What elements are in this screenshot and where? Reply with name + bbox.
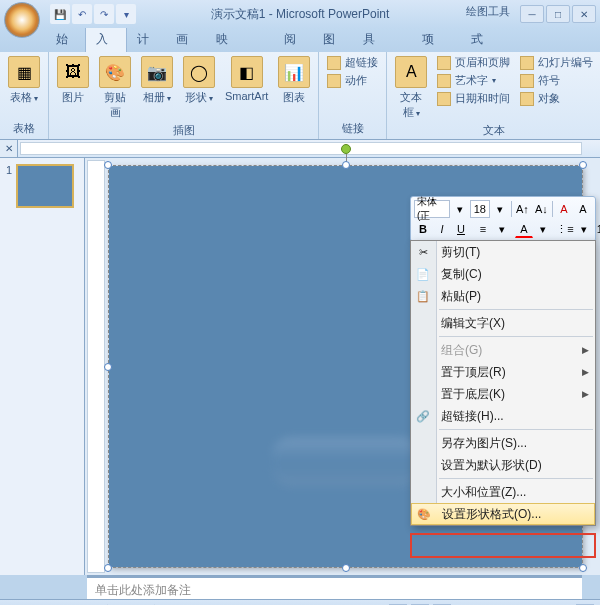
clipart-button[interactable]: 🎨剪贴画 [95, 54, 135, 122]
mini-align[interactable]: ≡ [474, 220, 492, 238]
datetime-button[interactable]: 日期和时间 [433, 90, 514, 107]
maximize-button[interactable]: □ [546, 5, 570, 23]
wordart-button[interactable]: 艺术字 [433, 72, 514, 89]
action-button[interactable]: 动作 [323, 72, 382, 89]
picture-button[interactable]: 🖼图片 [53, 54, 93, 107]
thumbnail-1[interactable]: 1 [6, 164, 78, 208]
menu-item[interactable]: 📄复制(C) [411, 263, 595, 285]
menu-item[interactable]: 置于顶层(R)▶ [411, 361, 595, 383]
mini-shrink-font[interactable]: A↓ [532, 200, 550, 218]
notes-pane[interactable]: 单击此处添加备注 [87, 575, 582, 599]
window-title: 演示文稿1 - Microsoft PowerPoint [211, 6, 390, 23]
header-footer-button[interactable]: 页眉和页脚 [433, 54, 514, 71]
annotation-highlight [410, 533, 596, 558]
mini-italic[interactable]: I [433, 220, 451, 238]
contextual-tab-label: 绘图工具 [466, 4, 510, 19]
horizontal-ruler [20, 142, 582, 155]
smartart-button[interactable]: ◧SmartArt [221, 54, 272, 104]
menu-item[interactable]: 🎨设置形状格式(O)... [411, 503, 595, 525]
mini-bullets-dd[interactable]: ▾ [575, 220, 593, 238]
menu-item[interactable]: 设置为默认形状(D) [411, 454, 595, 476]
resize-handle[interactable] [579, 161, 587, 169]
shapes-button[interactable]: ◯形状 [179, 54, 219, 107]
context-menu: ✂剪切(T)📄复制(C)📋粘贴(P)编辑文字(X)组合(G)▶置于顶层(R)▶置… [410, 240, 596, 526]
textbox-button[interactable]: A文本框 [391, 54, 431, 122]
mini-underline[interactable]: U [452, 220, 470, 238]
slide-thumbnails: 1 [0, 158, 85, 575]
resize-handle[interactable] [579, 564, 587, 572]
hyperlink-button[interactable]: 超链接 [323, 54, 382, 71]
thumb-number: 1 [6, 164, 12, 208]
resize-handle[interactable] [104, 161, 112, 169]
mini-fontcolor[interactable]: A [515, 220, 533, 238]
mini-fontcolor-dd[interactable]: ▾ [534, 220, 552, 238]
resize-handle[interactable] [342, 564, 350, 572]
mini-font-select[interactable]: 宋体 (正 [414, 200, 450, 218]
resize-handle[interactable] [104, 363, 112, 371]
ribbon-tabs: 开始 插入 设计 动画 幻灯片放映 审阅 视图 开发工具 加载项 格式 [0, 28, 600, 52]
vertical-ruler [87, 160, 105, 573]
object-button[interactable]: 对象 [516, 90, 597, 107]
mini-size-dd[interactable]: ▾ [491, 200, 509, 218]
mini-grow-font[interactable]: A↑ [513, 200, 531, 218]
thumb-preview [16, 164, 74, 208]
symbol-button[interactable]: 符号 [516, 72, 597, 89]
qat-redo[interactable]: ↷ [94, 4, 114, 24]
menu-item[interactable]: ✂剪切(T) [411, 241, 595, 263]
group-tables-label: 表格 [4, 120, 44, 137]
menu-item: 组合(G)▶ [411, 339, 595, 361]
mini-style2[interactable]: A [574, 200, 592, 218]
album-button[interactable]: 📷相册 [137, 54, 177, 107]
office-button[interactable] [4, 2, 40, 38]
menu-item[interactable]: 置于底层(K)▶ [411, 383, 595, 405]
menu-item[interactable]: 大小和位置(Z)... [411, 481, 595, 503]
qat-more[interactable]: ▾ [116, 4, 136, 24]
close-button[interactable]: ✕ [572, 5, 596, 23]
group-illustrations-label: 插图 [53, 122, 314, 139]
menu-item[interactable]: 另存为图片(S)... [411, 432, 595, 454]
table-button[interactable]: ▦表格 [4, 54, 44, 107]
chart-button[interactable]: 📊图表 [274, 54, 314, 107]
slidenum-button[interactable]: 幻灯片编号 [516, 54, 597, 71]
ribbon: ▦表格 表格 🖼图片 🎨剪贴画 📷相册 ◯形状 ◧SmartArt 📊图表 插图… [0, 52, 600, 140]
menu-item[interactable]: 编辑文字(X) [411, 312, 595, 334]
menu-item[interactable]: 🔗超链接(H)... [411, 405, 595, 427]
status-bar: 幻灯片 1/1 "Office 主题" 中文(中国) 65% − + [0, 599, 600, 605]
thumbs-close-button[interactable]: ✕ [0, 140, 18, 157]
rotate-handle[interactable] [341, 144, 351, 154]
group-text-label: 文本 [391, 122, 597, 139]
resize-handle[interactable] [104, 564, 112, 572]
menu-item[interactable]: 📋粘贴(P) [411, 285, 595, 307]
blurred-shape [271, 437, 421, 487]
mini-toolbar: 宋体 (正 ▾ 18 ▾ A↑ A↓ A A B [410, 196, 596, 242]
mini-numbering[interactable]: 1≡ [594, 220, 600, 238]
minimize-button[interactable]: ─ [520, 5, 544, 23]
group-links-label: 链接 [323, 120, 382, 137]
qat-save[interactable]: 💾 [50, 4, 70, 24]
mini-style1[interactable]: A [555, 200, 573, 218]
mini-font-dd[interactable]: ▾ [451, 200, 469, 218]
qat-undo[interactable]: ↶ [72, 4, 92, 24]
mini-bold[interactable]: B [414, 220, 432, 238]
mini-align-dd[interactable]: ▾ [493, 220, 511, 238]
resize-handle[interactable] [342, 161, 350, 169]
mini-bullets[interactable]: ⋮≡ [556, 220, 574, 238]
mini-size-select[interactable]: 18 [470, 200, 490, 218]
